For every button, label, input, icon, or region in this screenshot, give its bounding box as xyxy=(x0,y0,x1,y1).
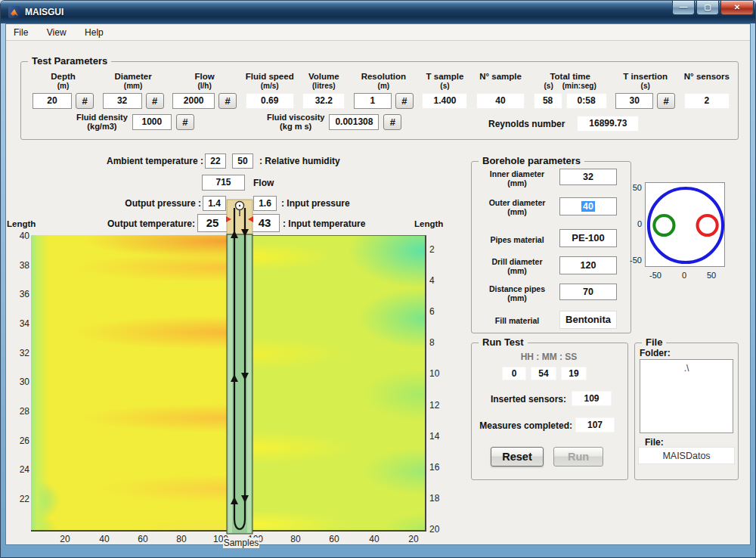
measures-completed-value: 107 xyxy=(575,417,615,432)
xsec-x-tick: 50 xyxy=(704,271,719,280)
x-tick: 80 xyxy=(166,534,197,544)
reynolds-cluster: Reynolds number 16899.73 xyxy=(488,116,639,132)
left-y-tick: 26 xyxy=(8,436,29,446)
folder-listbox[interactable]: .\ xyxy=(640,359,733,433)
fluid-viscosity-field[interactable]: 0.001308 xyxy=(329,114,379,130)
t-insertion-field[interactable]: 30 xyxy=(615,93,653,109)
app-icon xyxy=(8,6,20,18)
param-n-sample: N° sample 40 xyxy=(476,72,525,109)
measures-completed-label: Measures completed: xyxy=(476,420,572,431)
left-y-tick: 22 xyxy=(8,494,29,504)
depth-field[interactable]: 20 xyxy=(33,93,72,109)
param-volume: Volume (litres) 32.2 xyxy=(302,72,345,109)
test-parameters-title: Test Parameters xyxy=(28,55,111,67)
output-pressure-value: 1.4 xyxy=(203,196,226,211)
right-y-tick: 12 xyxy=(429,400,451,411)
param-depth: Depth (m) 20# xyxy=(33,72,94,109)
pipes-material-field[interactable]: PE-100 xyxy=(559,229,617,247)
input-pressure-value: 1.6 xyxy=(253,196,277,211)
left-y-tick: 30 xyxy=(8,377,29,387)
distance-pipes-field[interactable]: 70 xyxy=(559,284,617,300)
menu-view[interactable]: View xyxy=(39,24,74,38)
flow-hash-button[interactable]: # xyxy=(218,93,237,109)
n-sample-value: 40 xyxy=(476,93,525,109)
xsec-y-tick: 50 xyxy=(627,183,642,192)
relative-humidity-value: 50 xyxy=(232,153,253,169)
right-y-tick: 6 xyxy=(429,306,451,317)
fluid-density-hash-button[interactable]: # xyxy=(176,114,194,130)
outlet-pipe-circle xyxy=(654,215,674,235)
maximize-button[interactable]: ▢ xyxy=(696,1,719,15)
x-tick: 40 xyxy=(89,534,119,544)
title-bar[interactable]: MAISGUI — ▢ ✕ xyxy=(1,1,755,23)
inserted-sensors-label: Inserted sensors: xyxy=(486,394,566,405)
menu-file[interactable]: File xyxy=(6,24,36,38)
right-y-tick: 16 xyxy=(429,462,451,473)
menu-bar: File View Help xyxy=(6,24,750,41)
left-y-tick: 38 xyxy=(8,260,29,271)
ambient-temperature-value: 22 xyxy=(205,153,226,169)
right-y-tick: 10 xyxy=(429,368,451,379)
flow-reading-value: 715 xyxy=(202,175,245,191)
clock-header: HH : MM : SS xyxy=(500,352,598,362)
flow-field[interactable]: 2000 xyxy=(172,93,215,109)
fluid-density-field[interactable]: 1000 xyxy=(132,114,172,130)
x-tick: 20 xyxy=(50,534,80,544)
fill-material-field[interactable]: Bentonita xyxy=(559,311,617,329)
right-y-tick: 2 xyxy=(429,244,451,255)
left-y-tick: 40 xyxy=(8,231,29,241)
x-tick: 80 xyxy=(280,534,311,544)
menu-help[interactable]: Help xyxy=(77,24,111,38)
fluid-density-cluster: Fluid density(kg/m3) 1000 # xyxy=(76,113,194,131)
xsec-y-tick: -50 xyxy=(624,256,642,265)
outer-diameter-field[interactable]: 40 xyxy=(559,197,617,215)
xsec-y-tick: 0 xyxy=(627,219,642,228)
run-button[interactable]: Run xyxy=(553,447,603,467)
reset-button[interactable]: Reset xyxy=(491,447,544,467)
relative-humidity-label: : Relative humidity xyxy=(259,156,340,166)
test-parameters-row: Depth (m) 20# Diameter (mm) 32# Flow (l/… xyxy=(33,72,730,109)
resolution-hash-button[interactable]: # xyxy=(395,93,414,109)
diameter-hash-button[interactable]: # xyxy=(146,93,164,109)
depth-hash-button[interactable]: # xyxy=(76,93,94,109)
right-y-tick: 14 xyxy=(429,431,451,442)
file-name-field[interactable]: MAISDatos xyxy=(638,447,735,464)
param-fluid-speed: Fluid speed (m/s) 0.69 xyxy=(246,72,294,109)
right-y-tick: 8 xyxy=(429,337,451,348)
inserted-sensors-value: 109 xyxy=(572,391,612,406)
right-axis-title: Length xyxy=(414,219,443,228)
left-y-tick: 34 xyxy=(8,318,29,329)
output-temperature-value: 25 xyxy=(197,214,228,232)
minimize-button[interactable]: — xyxy=(672,1,695,15)
right-y-tick: 20 xyxy=(429,524,451,535)
borehole-parameters-title: Borehole parameters xyxy=(479,155,584,166)
output-pressure-label: Output pressure : xyxy=(91,198,201,209)
close-button[interactable]: ✕ xyxy=(720,1,754,15)
diameter-field[interactable]: 32 xyxy=(103,93,142,109)
window-title: MAISGUI xyxy=(25,7,64,17)
input-pressure-label: : Input pressure xyxy=(281,198,350,209)
xsec-x-tick: 0 xyxy=(678,271,690,280)
n-sensors-value: 2 xyxy=(684,93,730,109)
x-tick: 20 xyxy=(398,534,429,544)
fluid-viscosity-hash-button[interactable]: # xyxy=(383,114,401,130)
param-t-insertion: T insertion (s) 30# xyxy=(615,72,675,109)
file-label: File: xyxy=(645,437,664,448)
volume-value: 32.2 xyxy=(302,93,345,109)
clock-hh-value: 0 xyxy=(502,367,526,380)
file-group-title: File xyxy=(642,336,666,348)
heatmap-left-plot xyxy=(31,235,228,532)
input-temperature-value: 43 xyxy=(249,214,280,232)
app-window: MAISGUI — ▢ ✕ File View Help Test Parame… xyxy=(0,0,756,558)
resolution-field[interactable]: 1 xyxy=(354,93,392,109)
drill-diameter-field[interactable]: 120 xyxy=(559,256,617,274)
run-test-title: Run Test xyxy=(479,336,528,348)
fluid-speed-value: 0.69 xyxy=(246,93,294,109)
clock-mm-value: 54 xyxy=(531,367,556,380)
param-t-sample: T sample (s) 1.400 xyxy=(422,72,467,109)
param-flow: Flow (l/h) 2000# xyxy=(172,72,237,109)
x-tick: 60 xyxy=(128,534,158,544)
heatmap-right-plot xyxy=(252,235,426,532)
flow-reading-label: Flow xyxy=(253,178,274,188)
t-insertion-hash-button[interactable]: # xyxy=(657,93,675,109)
